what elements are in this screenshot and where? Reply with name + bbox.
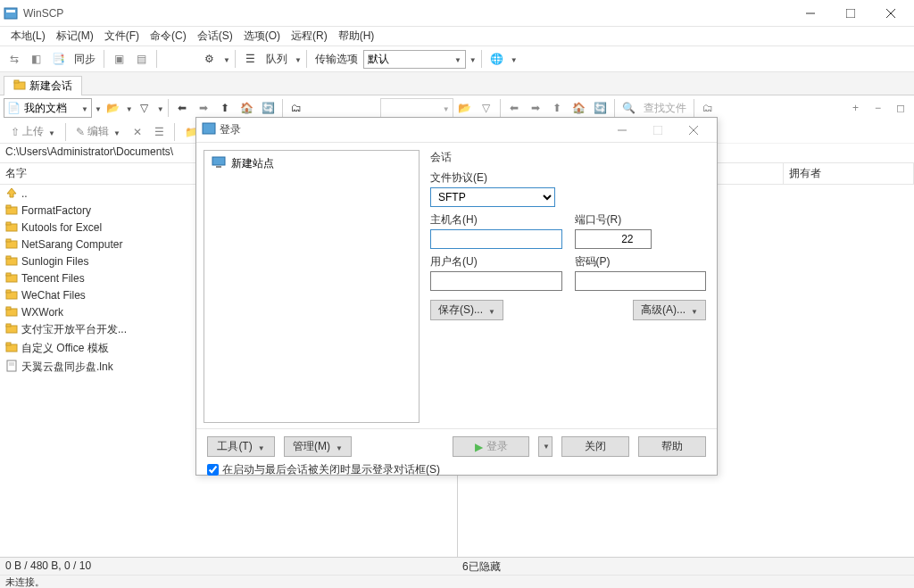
square-icon: ◻ [890, 98, 910, 119]
folder-icon [5, 341, 18, 353]
local-drive-dropdown[interactable]: 📄 我的文档 [4, 98, 92, 118]
protocol-label: 文件协议(E) [430, 170, 706, 186]
open-folder-icon[interactable]: 📂 [103, 98, 123, 119]
home-icon[interactable]: 🏠 [237, 98, 257, 119]
drive-history-chevron[interactable] [93, 102, 102, 114]
new-site-label: 新建站点 [231, 156, 274, 171]
toolbar-icon[interactable]: ▤ [131, 49, 152, 70]
chevron[interactable] [155, 102, 164, 114]
separator [235, 50, 236, 68]
parent-dir-icon [5, 186, 18, 199]
dialog-close-button[interactable] [676, 120, 711, 141]
window-controls [790, 1, 910, 26]
username-input[interactable] [430, 271, 562, 291]
host-input[interactable] [430, 229, 562, 249]
separator [168, 99, 169, 117]
col-owner[interactable]: 拥有者 [784, 163, 914, 185]
sync-browse-icon[interactable]: ⇆ [4, 49, 24, 70]
queue-chevron[interactable] [293, 53, 302, 65]
sync-button[interactable]: 📑 [48, 49, 69, 70]
new-session-tab[interactable]: 新建会话 [4, 76, 82, 95]
separator [282, 99, 283, 117]
advanced-button[interactable]: 高级(A)... [633, 300, 706, 320]
globe-icon[interactable]: 🌐 [486, 49, 507, 70]
sync-label[interactable]: 同步 [71, 52, 99, 67]
up-icon[interactable]: ⬆ [215, 98, 236, 119]
new-site-item[interactable]: 新建站点 [208, 154, 415, 173]
menu-remote[interactable]: 远程(R) [286, 27, 333, 46]
menu-local[interactable]: 本地(L) [5, 27, 51, 46]
separator [156, 50, 157, 68]
open-folder-icon: 📂 [454, 98, 475, 119]
refresh-icon[interactable]: 🔄 [258, 98, 278, 119]
manage-button[interactable]: 管理(M) [284, 436, 352, 457]
show-on-start-input[interactable] [207, 464, 219, 476]
settings-icon[interactable]: ⚙ [199, 49, 220, 70]
edit-button: ✎编辑 [71, 123, 126, 141]
filter-icon[interactable]: ▽ [134, 98, 154, 119]
session-button-row: 保存(S)... 高级(A)... [430, 300, 706, 320]
save-button[interactable]: 保存(S)... [430, 300, 503, 320]
tree-icon: 🗂 [698, 98, 719, 119]
queue-label[interactable]: 队列 [262, 52, 291, 67]
globe-chevron[interactable] [509, 53, 518, 65]
folder-icon [13, 79, 26, 94]
transfer-chevron[interactable] [468, 53, 477, 65]
port-input[interactable] [575, 229, 652, 249]
show-on-start-checkbox[interactable]: 在启动与最后会话被关闭时显示登录对话框(S) [207, 462, 706, 477]
menu-mark[interactable]: 标记(M) [51, 27, 99, 46]
menu-session[interactable]: 会话(S) [192, 27, 238, 46]
svg-rect-0 [4, 8, 17, 19]
password-input[interactable] [575, 271, 707, 291]
session-group-label: 会话 [430, 150, 706, 165]
maximize-button[interactable] [830, 1, 870, 26]
login-icon: ▶ [475, 441, 483, 453]
compare-icon[interactable]: ◧ [26, 49, 46, 70]
edit-icon: ✎ [76, 126, 85, 138]
menu-file[interactable]: 文件(F) [99, 27, 145, 46]
chevron[interactable] [124, 102, 133, 114]
folder-icon [5, 271, 18, 284]
toolbar-icon[interactable]: ▣ [109, 49, 129, 70]
svg-rect-34 [212, 157, 225, 165]
chevron-down-icon [689, 304, 698, 317]
close-button[interactable] [870, 1, 910, 26]
upload-icon: ⇧ [11, 126, 20, 138]
separator [694, 99, 694, 117]
back-icon[interactable]: ⬅ [172, 98, 193, 119]
folder-icon [5, 254, 18, 267]
status-right: 6已隐藏 [457, 558, 914, 575]
protocol-select[interactable]: SFTP [430, 187, 555, 207]
queue-icon[interactable]: ☰ [240, 49, 261, 70]
filter-icon: ▽ [476, 98, 496, 119]
status-left: 0 B / 480 B, 0 / 10 [0, 558, 457, 575]
svg-rect-9 [6, 205, 11, 208]
statusbar-connection: 未连接。 [0, 575, 914, 588]
menubar: 本地(L) 标记(M) 文件(F) 命令(C) 会话(S) 选项(O) 远程(R… [0, 27, 914, 46]
refresh-icon: 🔄 [590, 98, 611, 119]
settings-chevron[interactable] [221, 53, 230, 65]
folder-icon [5, 288, 18, 301]
login-button[interactable]: ▶登录 [453, 436, 529, 457]
menu-help[interactable]: 帮助(H) [333, 27, 380, 46]
tree-icon[interactable]: 🗂 [287, 98, 307, 119]
login-split-chevron[interactable] [538, 436, 553, 457]
tools-button[interactable]: 工具(T) [207, 436, 275, 457]
local-drive-label: 我的文档 [24, 101, 76, 116]
help-button[interactable]: 帮助 [638, 436, 706, 457]
folder-icon [5, 322, 18, 335]
site-tree[interactable]: 新建站点 [204, 150, 420, 423]
up-icon: ⬆ [547, 98, 568, 119]
dialog-minimize-button[interactable] [604, 120, 640, 141]
dialog-titlebar[interactable]: 登录 [196, 118, 717, 143]
chevron-down-icon [441, 102, 450, 114]
menu-options[interactable]: 选项(O) [238, 27, 286, 46]
svg-rect-29 [203, 123, 215, 134]
forward-icon[interactable]: ➡ [194, 98, 214, 119]
close-dialog-button[interactable]: 关闭 [561, 436, 629, 457]
menu-command[interactable]: 命令(C) [145, 27, 192, 46]
minimize-button[interactable] [790, 1, 830, 26]
transfer-preset-dropdown[interactable]: 默认 [363, 50, 466, 69]
back-icon: ⬅ [504, 98, 525, 119]
chevron-down-icon [453, 53, 461, 65]
